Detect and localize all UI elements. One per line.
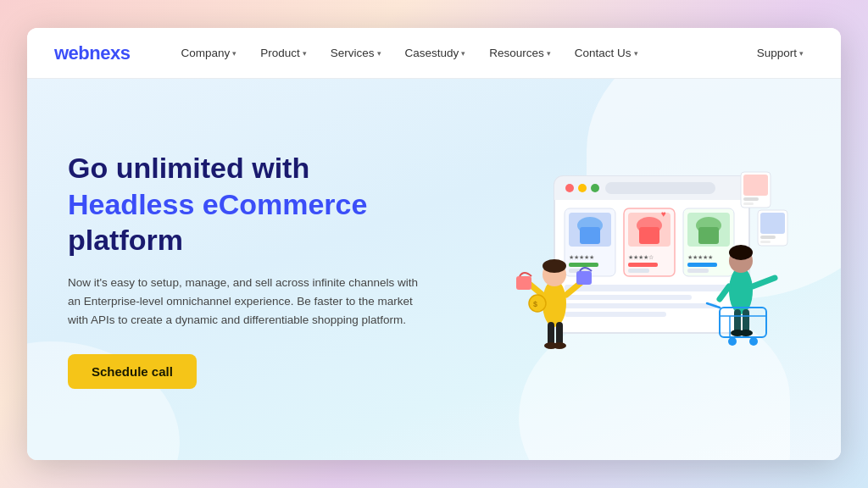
svg-text:★★★★★: ★★★★★ <box>687 254 713 260</box>
svg-rect-29 <box>565 285 738 291</box>
nav-item-resources[interactable]: Resources ▾ <box>479 40 561 66</box>
nav-label-company: Company <box>181 47 230 59</box>
svg-rect-28 <box>687 269 709 273</box>
chevron-down-icon: ▾ <box>799 49 804 58</box>
hero-title: Go unlimited with Headless eCommerce pla… <box>68 150 424 258</box>
svg-rect-10 <box>580 227 600 244</box>
chevron-down-icon: ▾ <box>547 49 551 58</box>
nav-item-services[interactable]: Services ▾ <box>320 40 392 66</box>
logo[interactable]: webnexs <box>54 42 130 64</box>
svg-rect-6 <box>605 182 715 194</box>
nav-item-company[interactable]: Company ▾ <box>170 40 247 66</box>
svg-text:★★★★☆: ★★★★☆ <box>628 254 654 260</box>
svg-rect-17 <box>639 227 659 244</box>
schedule-call-button[interactable]: Schedule call <box>68 354 197 389</box>
svg-rect-50 <box>743 309 749 333</box>
nav-item-product[interactable]: Product ▾ <box>250 40 317 66</box>
nav-label-services: Services <box>331 47 375 59</box>
svg-rect-20 <box>628 269 649 273</box>
svg-point-52 <box>739 330 753 336</box>
svg-rect-30 <box>565 295 692 300</box>
svg-rect-37 <box>556 322 563 346</box>
svg-rect-64 <box>743 197 759 201</box>
svg-line-47 <box>753 278 775 286</box>
svg-rect-63 <box>743 175 768 196</box>
hero-section: Go unlimited with Headless eCommerce pla… <box>27 79 841 460</box>
nav-label-resources: Resources <box>489 47 544 59</box>
hero-illustration: ★★★★★ ★★★★☆ ♥ ★★★★★ <box>495 151 800 388</box>
hero-description: Now it's easy to setup, manage, and sell… <box>68 274 424 330</box>
nav-item-contact[interactable]: Contact Us ▾ <box>565 40 648 66</box>
svg-rect-27 <box>687 263 717 267</box>
svg-point-43 <box>553 342 566 349</box>
svg-rect-49 <box>734 309 741 333</box>
svg-rect-41 <box>576 271 592 285</box>
nav-label-casestudy: Casestudy <box>405 47 459 59</box>
svg-rect-65 <box>743 202 754 205</box>
svg-rect-67 <box>760 213 785 234</box>
svg-point-35 <box>542 259 566 273</box>
hero-title-line1: Go unlimited with <box>68 152 309 184</box>
ecommerce-illustration: ★★★★★ ★★★★☆ ♥ ★★★★★ <box>495 151 800 388</box>
navbar: webnexs Company ▾ Product ▾ Services ▾ C… <box>27 28 841 79</box>
hero-title-line2: Headless eCommerce <box>68 188 367 220</box>
nav-item-support[interactable]: Support ▾ <box>747 40 814 66</box>
svg-point-5 <box>591 184 599 192</box>
svg-rect-32 <box>565 312 666 317</box>
svg-rect-19 <box>628 263 658 267</box>
svg-text:♥: ♥ <box>661 209 666 219</box>
svg-rect-69 <box>760 241 771 243</box>
nav-label-contact: Contact Us <box>575 47 632 59</box>
svg-point-57 <box>749 337 758 346</box>
hero-title-line3: platform <box>68 224 183 256</box>
svg-rect-40 <box>516 276 531 290</box>
chevron-down-icon: ▾ <box>461 49 465 58</box>
chevron-down-icon: ▾ <box>232 49 236 58</box>
svg-point-3 <box>565 184 574 192</box>
nav-label-product: Product <box>260 47 300 59</box>
nav-item-casestudy[interactable]: Casestudy ▾ <box>395 40 476 66</box>
chevron-down-icon: ▾ <box>303 49 307 58</box>
svg-rect-68 <box>760 236 776 239</box>
nav-links: Company ▾ Product ▾ Services ▾ Casestudy… <box>170 40 746 66</box>
svg-rect-12 <box>569 263 598 267</box>
chevron-down-icon: ▾ <box>634 49 638 58</box>
nav-label-support: Support <box>757 47 797 59</box>
svg-point-56 <box>728 337 737 346</box>
browser-window: webnexs Company ▾ Product ▾ Services ▾ C… <box>27 28 841 460</box>
svg-rect-25 <box>698 227 719 244</box>
chevron-down-icon: ▾ <box>377 49 381 58</box>
svg-point-4 <box>578 184 587 192</box>
svg-text:★★★★★: ★★★★★ <box>569 254 594 260</box>
svg-point-46 <box>729 245 753 260</box>
svg-rect-31 <box>565 303 717 308</box>
svg-rect-36 <box>548 322 554 346</box>
hero-content: Go unlimited with Headless eCommerce pla… <box>68 150 424 388</box>
svg-text:$: $ <box>533 300 537 308</box>
